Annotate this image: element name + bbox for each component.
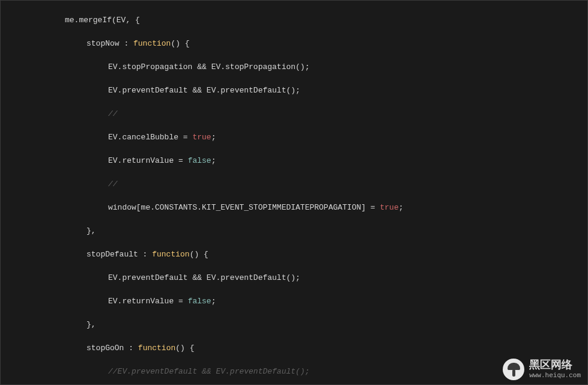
code-line: //EV.preventDefault && EV.preventDefault… <box>0 366 588 378</box>
code-line: stopNow : function() { <box>0 38 588 50</box>
code-line: window[me.CONSTANTS.KIT_EVENT_STOPIMMEDI… <box>0 202 588 214</box>
watermark: 黑区网络 www.heiqu.com <box>503 359 581 380</box>
code-line: EV.cancelBubble = true; <box>0 132 588 144</box>
watermark-url: www.heiqu.com <box>529 372 581 379</box>
code-line: }, <box>0 319 588 331</box>
code-line: }, <box>0 225 588 237</box>
code-line: // <box>0 178 588 190</box>
code-line: EV.returnValue = false; <box>0 155 588 167</box>
code-line: stopDefault : function() { <box>0 249 588 261</box>
code-line: stopGoOn : function() { <box>0 342 588 354</box>
code-line: me.mergeIf(EV, { <box>0 14 588 26</box>
code-line: EV.preventDefault && EV.preventDefault()… <box>0 272 588 284</box>
code-editor[interactable]: me.mergeIf(EV, { stopNow : function() { … <box>0 0 588 385</box>
watermark-title: 黑区网络 <box>529 360 581 372</box>
code-line: EV.returnValue = false; <box>0 296 588 308</box>
code-line: // <box>0 108 588 120</box>
code-line: EV.preventDefault && EV.preventDefault()… <box>0 85 588 97</box>
code-line: EV.stopPropagation && EV.stopPropagation… <box>0 61 588 73</box>
mushroom-icon <box>503 359 524 380</box>
